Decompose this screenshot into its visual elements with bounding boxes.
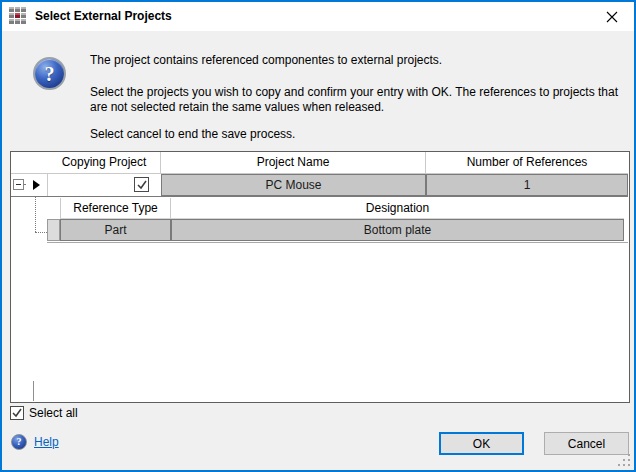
message-line-2: Select the projects you wish to copy and…	[90, 85, 632, 115]
reference-row-header[interactable]	[47, 219, 60, 241]
grid-bottom-row-stub-line	[33, 381, 34, 401]
cancel-button[interactable]: Cancel	[544, 432, 629, 455]
title-bar: Select External Projects	[2, 2, 634, 31]
reference-type-cell[interactable]: Part	[60, 219, 171, 241]
row-selector[interactable]	[27, 174, 48, 196]
current-row-arrow-icon	[33, 180, 40, 190]
select-all-checkbox[interactable]	[10, 406, 24, 420]
select-all-control: Select all	[10, 406, 78, 420]
window-title: Select External Projects	[35, 9, 172, 23]
column-header-project-name: Project Name	[161, 152, 426, 173]
help-question-icon: ?	[33, 57, 66, 90]
copying-project-checkbox[interactable]	[134, 177, 149, 192]
help-control: ? Help	[11, 434, 59, 450]
app-icon	[9, 7, 26, 24]
column-header-designation: Designation	[171, 198, 624, 219]
message-line-1: The project contains referenced componen…	[90, 53, 632, 68]
copying-project-cell	[48, 174, 161, 196]
resize-grip[interactable]	[618, 454, 630, 466]
column-header-copying-project: Copying Project	[48, 152, 161, 173]
help-link[interactable]: Help	[34, 435, 59, 449]
project-name-cell[interactable]: PC Mouse	[161, 174, 426, 196]
reference-row[interactable]: Part Bottom plate	[11, 219, 628, 242]
close-button[interactable]	[589, 2, 634, 31]
number-of-references-cell[interactable]: 1	[426, 174, 628, 196]
column-header-reference-type: Reference Type	[60, 198, 171, 219]
project-row[interactable]: PC Mouse 1	[11, 174, 628, 197]
message-line-3: Select cancel to end the save process.	[90, 127, 632, 142]
tree-collapse-minus-icon[interactable]	[13, 179, 24, 190]
designation-cell[interactable]: Bottom plate	[171, 219, 624, 241]
projects-grid: Copying Project Project Name Number of R…	[10, 151, 630, 403]
column-header-number-of-references: Number of References	[426, 152, 628, 173]
dialog-window: Select External Projects ? The project c…	[0, 0, 636, 472]
select-all-label[interactable]: Select all	[29, 406, 78, 420]
grid-header-row: Copying Project Project Name Number of R…	[11, 152, 628, 174]
close-icon	[605, 10, 619, 24]
ok-button[interactable]: OK	[439, 432, 524, 455]
help-icon[interactable]: ?	[11, 434, 27, 450]
subgrid-divider-line	[47, 242, 628, 243]
references-subgrid-header: Reference Type Designation	[11, 198, 628, 219]
